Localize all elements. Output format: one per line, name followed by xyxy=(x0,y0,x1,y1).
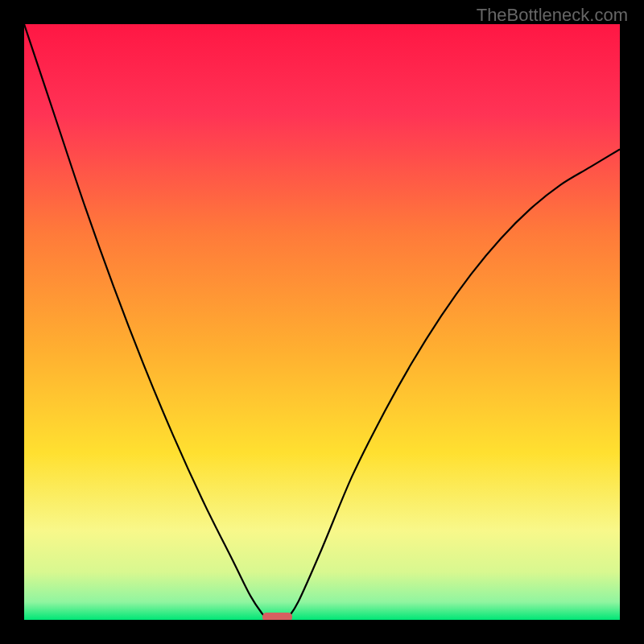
chart-container xyxy=(24,24,620,620)
gradient-background xyxy=(24,24,620,620)
watermark-text: TheBottleneck.com xyxy=(477,5,628,26)
chart-svg xyxy=(24,24,620,620)
minimum-marker xyxy=(262,613,292,620)
